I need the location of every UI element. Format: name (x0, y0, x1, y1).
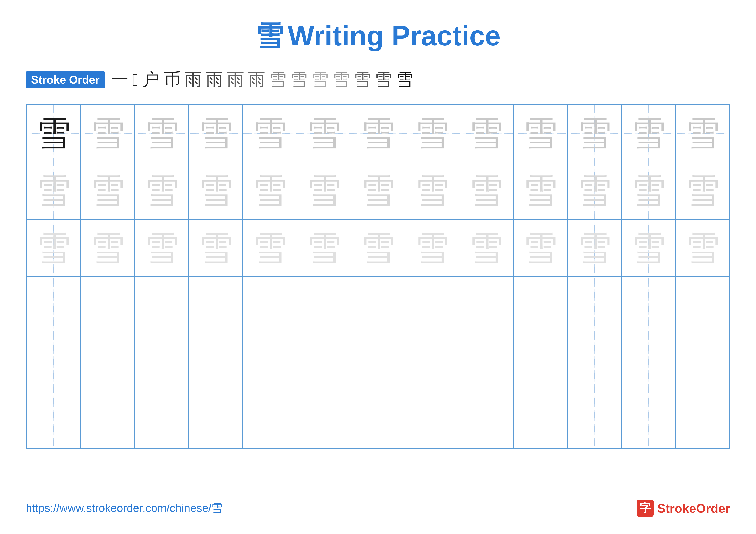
practice-char: 雪 (631, 231, 666, 265)
grid-cell-r2c7[interactable]: 雪 (351, 162, 405, 219)
grid-cell-r5c10[interactable] (513, 334, 567, 391)
grid-cell-r4c5[interactable] (243, 277, 297, 334)
grid-cell-r1c5[interactable]: 雪 (243, 105, 297, 162)
grid-cell-r1c3[interactable]: 雪 (134, 105, 189, 162)
grid-cell-r1c10[interactable]: 雪 (513, 105, 567, 162)
grid-cell-r5c1[interactable] (26, 334, 80, 391)
grid-cell-r4c11[interactable] (567, 277, 622, 334)
grid-cell-r5c5[interactable] (243, 334, 297, 391)
grid-cell-r1c1[interactable]: 雪 (26, 105, 80, 162)
grid-cell-r6c8[interactable] (405, 391, 459, 448)
grid-cell-r2c12[interactable]: 雪 (622, 162, 676, 219)
grid-cell-r6c6[interactable] (297, 391, 351, 448)
footer: https://www.strokeorder.com/chinese/雪 字 … (26, 499, 730, 517)
grid-cell-r3c3[interactable]: 雪 (134, 219, 189, 277)
grid-cell-r4c3[interactable] (134, 277, 189, 334)
grid-cell-r6c11[interactable] (567, 391, 622, 448)
practice-char: 雪 (685, 173, 720, 208)
practice-char: 雪 (307, 231, 341, 265)
practice-char: 雪 (253, 173, 287, 208)
grid-cell-r3c5[interactable]: 雪 (243, 219, 297, 277)
grid-cell-r4c2[interactable] (80, 277, 134, 334)
grid-cell-r5c6[interactable] (297, 334, 351, 391)
grid-cell-r2c3[interactable]: 雪 (134, 162, 189, 219)
grid-cell-r1c8[interactable]: 雪 (405, 105, 459, 162)
grid-cell-r4c8[interactable] (405, 277, 459, 334)
practice-char: 雪 (199, 231, 233, 265)
grid-cell-r5c3[interactable] (134, 334, 189, 391)
grid-cell-r4c9[interactable] (459, 277, 513, 334)
grid-cell-r5c8[interactable] (405, 334, 459, 391)
grid-cell-r1c12[interactable]: 雪 (622, 105, 676, 162)
page: 雪Writing Practice Stroke Order 一 𠃌 户 币 雨… (0, 0, 756, 534)
grid-cell-r4c4[interactable] (189, 277, 243, 334)
grid-cell-r2c10[interactable]: 雪 (513, 162, 567, 219)
grid-cell-r3c13[interactable]: 雪 (676, 219, 730, 277)
grid-cell-r1c7[interactable]: 雪 (351, 105, 405, 162)
grid-cell-r3c11[interactable]: 雪 (567, 219, 622, 277)
stroke-4: 币 (164, 68, 181, 91)
grid-cell-r5c4[interactable] (189, 334, 243, 391)
title-area: 雪Writing Practice (26, 17, 730, 55)
grid-cell-r5c7[interactable] (351, 334, 405, 391)
practice-char: 雪 (523, 116, 557, 151)
grid-cell-r6c10[interactable] (513, 391, 567, 448)
grid-cell-r1c13[interactable]: 雪 (676, 105, 730, 162)
grid-cell-r2c2[interactable]: 雪 (80, 162, 134, 219)
grid-cell-r6c1[interactable] (26, 391, 80, 448)
grid-cell-r3c1[interactable]: 雪 (26, 219, 80, 277)
stroke-order-label: Stroke Order (26, 71, 105, 88)
footer-url[interactable]: https://www.strokeorder.com/chinese/雪 (26, 501, 223, 516)
grid-cell-r2c11[interactable]: 雪 (567, 162, 622, 219)
grid-cell-r4c10[interactable] (513, 277, 567, 334)
grid-cell-r6c5[interactable] (243, 391, 297, 448)
grid-cell-r2c8[interactable]: 雪 (405, 162, 459, 219)
grid-cell-r3c2[interactable]: 雪 (80, 219, 134, 277)
grid-cell-r2c13[interactable]: 雪 (676, 162, 730, 219)
grid-cell-r4c13[interactable] (676, 277, 730, 334)
grid-cell-r5c9[interactable] (459, 334, 513, 391)
grid-cell-r5c13[interactable] (676, 334, 730, 391)
grid-cell-r6c12[interactable] (622, 391, 676, 448)
grid-cell-r5c11[interactable] (567, 334, 622, 391)
grid-cell-r2c4[interactable]: 雪 (189, 162, 243, 219)
grid-cell-r6c7[interactable] (351, 391, 405, 448)
grid-cell-r2c5[interactable]: 雪 (243, 162, 297, 219)
grid-cell-r1c11[interactable]: 雪 (567, 105, 622, 162)
stroke-12: 雪 (333, 68, 350, 91)
grid-cell-r3c10[interactable]: 雪 (513, 219, 567, 277)
grid-cell-r5c12[interactable] (622, 334, 676, 391)
grid-cell-r4c7[interactable] (351, 277, 405, 334)
grid-cell-r5c2[interactable] (80, 334, 134, 391)
practice-char: 雪 (631, 116, 666, 151)
grid-cell-r1c4[interactable]: 雪 (189, 105, 243, 162)
grid-cell-r6c3[interactable] (134, 391, 189, 448)
grid-cell-r3c7[interactable]: 雪 (351, 219, 405, 277)
practice-char: 雪 (361, 173, 395, 208)
grid-cell-r6c9[interactable] (459, 391, 513, 448)
stroke-5: 雨 (185, 68, 202, 91)
grid-cell-r2c6[interactable]: 雪 (297, 162, 351, 219)
practice-char: 雪 (361, 231, 395, 265)
practice-char: 雪 (685, 116, 720, 151)
grid-cell-r3c6[interactable]: 雪 (297, 219, 351, 277)
grid-cell-r1c2[interactable]: 雪 (80, 105, 134, 162)
grid-cell-r3c8[interactable]: 雪 (405, 219, 459, 277)
logo-text-order: Order (696, 501, 730, 515)
grid-cell-r4c12[interactable] (622, 277, 676, 334)
grid-cell-r6c2[interactable] (80, 391, 134, 448)
grid-cell-r6c4[interactable] (189, 391, 243, 448)
grid-cell-r6c13[interactable] (676, 391, 730, 448)
practice-char: 雪 (90, 116, 125, 151)
grid-cell-r1c6[interactable]: 雪 (297, 105, 351, 162)
grid-cell-r2c9[interactable]: 雪 (459, 162, 513, 219)
grid-cell-r1c9[interactable]: 雪 (459, 105, 513, 162)
practice-char: 雪 (523, 231, 557, 265)
stroke-chars: 一 𠃌 户 币 雨 雨 雨 雨 雪 雪 雪 雪 雪 雪 雪 (111, 68, 413, 91)
grid-cell-r3c12[interactable]: 雪 (622, 219, 676, 277)
grid-cell-r4c1[interactable] (26, 277, 80, 334)
grid-cell-r2c1[interactable]: 雪 (26, 162, 80, 219)
grid-cell-r4c6[interactable] (297, 277, 351, 334)
grid-cell-r3c9[interactable]: 雪 (459, 219, 513, 277)
grid-cell-r3c4[interactable]: 雪 (189, 219, 243, 277)
